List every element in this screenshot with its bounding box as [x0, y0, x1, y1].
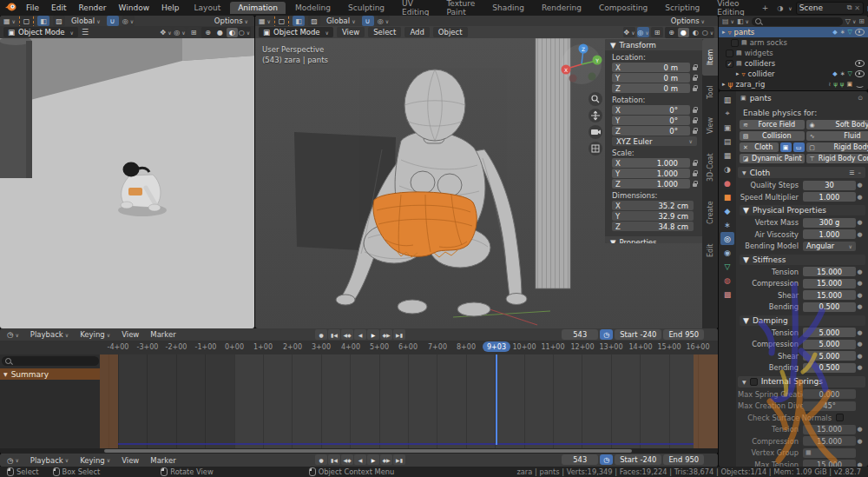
- soft-body-button[interactable]: ◉Soft Body: [806, 120, 868, 129]
- presets-icon[interactable]: ☰: [849, 169, 854, 176]
- animate-dot-icon[interactable]: ●: [856, 280, 864, 287]
- xray-toggle-icon[interactable]: ⊞: [187, 27, 200, 37]
- object-properties-icon[interactable]: ■: [720, 190, 734, 203]
- render-properties-icon[interactable]: ▣: [720, 121, 734, 134]
- outliner-search-input[interactable]: [752, 17, 843, 26]
- outliner-item-collider[interactable]: ▸ ▿ collider ◆ ∗ ▽: [719, 69, 868, 79]
- physical-properties-header[interactable]: ▼Physical Properties: [740, 205, 865, 215]
- view-menu[interactable]: View: [119, 456, 141, 465]
- properties-panel-header[interactable]: ▼Properties: [605, 236, 702, 243]
- mode-selector[interactable]: ▣Object Mode∨: [3, 27, 78, 37]
- editor-type-icon[interactable]: ▦∨: [3, 16, 16, 26]
- prev-keyframe-button[interactable]: ◀◆: [341, 329, 353, 340]
- stiffness-tension-field[interactable]: 15.000: [803, 267, 856, 276]
- scrollbar-thumb[interactable]: [104, 449, 632, 453]
- use-preview-range-toggle[interactable]: ◷: [600, 454, 613, 465]
- shading-solid-icon[interactable]: ●: [678, 28, 689, 37]
- end-frame-field[interactable]: End950: [663, 329, 704, 340]
- lock-icon[interactable]: [693, 67, 697, 70]
- dimensions-z-field[interactable]: Z34.8 cm: [612, 222, 694, 231]
- editor-type-icon[interactable]: ▥: [720, 93, 734, 106]
- snap-magnet-icon[interactable]: ∪: [362, 16, 374, 26]
- channel-search-input[interactable]: [2, 356, 99, 366]
- scale-x-field[interactable]: X1.000: [612, 158, 690, 168]
- menu-render[interactable]: Render: [73, 3, 113, 12]
- filter-icon[interactable]: ▽∨: [845, 17, 857, 25]
- timeline-ruler[interactable]: -4+00 -3+00 -2+00 -1+00 0+00 1+00 2+00 3…: [0, 341, 718, 355]
- constraints-properties-icon[interactable]: ◉: [720, 246, 734, 259]
- tweak-tool-icon[interactable]: ◧: [293, 16, 305, 26]
- mode-selector[interactable]: ▣Object Mode∨: [259, 27, 333, 37]
- lock-icon[interactable]: [693, 162, 697, 166]
- start-frame-field[interactable]: Start-240: [615, 454, 661, 465]
- rigid-body-button[interactable]: ▢Rigid Body: [806, 142, 868, 152]
- animate-dot-icon[interactable]: ●: [856, 329, 864, 336]
- end-frame-field[interactable]: End950: [663, 454, 704, 465]
- expand-icon[interactable]: ▸: [722, 29, 726, 36]
- panel-menu-icon[interactable]: –: [858, 169, 862, 176]
- zoom-button[interactable]: [589, 92, 602, 106]
- collection-checkbox[interactable]: [726, 50, 733, 57]
- rotation-x-field[interactable]: X0°: [612, 105, 690, 115]
- current-frame-field[interactable]: 543: [562, 329, 598, 340]
- damping-tension-field[interactable]: 5.000: [803, 328, 856, 337]
- cloth-viewport-toggle[interactable]: ▭: [793, 142, 805, 152]
- prev-keyframe-button[interactable]: ◀◆: [341, 454, 353, 465]
- damping-bending-field[interactable]: 0.500: [803, 363, 856, 373]
- keying-menu[interactable]: Keying∨: [77, 456, 113, 465]
- tab-sculpting[interactable]: Sculpting: [340, 2, 392, 14]
- viewport-left-scene[interactable]: [0, 38, 254, 328]
- max-creation-diversion-field[interactable]: 45°: [803, 401, 856, 411]
- select-mode-icons[interactable]: ▨: [53, 16, 65, 26]
- scale-y-field[interactable]: Y1.000: [612, 169, 690, 178]
- proportional-editing-icon[interactable]: ◎∨: [378, 16, 390, 26]
- location-y-field[interactable]: Y0 m: [612, 73, 690, 83]
- tab-modeling[interactable]: Modeling: [287, 2, 339, 14]
- animate-dot-icon[interactable]: ●: [856, 194, 864, 201]
- viewport-left[interactable]: ▦∨ ▢ ◧ ▨ Global∨ ∪ ◎∨ Options∨ ▣Object M…: [0, 16, 254, 328]
- dimensions-x-field[interactable]: X35.2 cm: [612, 201, 694, 210]
- next-keyframe-button[interactable]: ◆▶: [380, 329, 392, 340]
- material-properties-icon[interactable]: ◍: [720, 274, 734, 287]
- proportional-editing-icon[interactable]: ◎∨: [122, 16, 135, 26]
- collision-button[interactable]: ▧Collision: [740, 131, 805, 141]
- outliner-item-arm-socks[interactable]: ▤ arm socks: [719, 37, 868, 48]
- springs-compression-field[interactable]: 15.000: [803, 436, 856, 446]
- current-frame-indicator[interactable]: 9+03: [483, 341, 510, 352]
- vertex-mass-field[interactable]: 300 g: [803, 218, 856, 228]
- keyframe-track-area[interactable]: [100, 354, 718, 448]
- animate-dot-icon[interactable]: ●: [856, 426, 864, 433]
- scale-z-field[interactable]: Z1.000: [612, 179, 690, 189]
- damping-header[interactable]: ▼Damping: [740, 315, 865, 326]
- jump-to-start-button[interactable]: ▮◀: [328, 454, 340, 465]
- cloth-panel-header[interactable]: ▼Cloth ☰ –: [738, 167, 865, 178]
- editor-type-clock-icon[interactable]: ◷∨: [4, 330, 22, 339]
- dimensions-y-field[interactable]: Y32.9 cm: [612, 211, 694, 221]
- jump-to-start-button[interactable]: ▮◀: [328, 329, 340, 340]
- xray-toggle-icon[interactable]: ⊞: [651, 27, 663, 37]
- current-frame-field[interactable]: 543: [562, 454, 598, 465]
- marker-menu[interactable]: Marker: [148, 456, 178, 465]
- transform-orientation[interactable]: Global∨: [324, 17, 358, 25]
- cloth-button-active[interactable]: ✕Cloth: [740, 142, 779, 152]
- air-viscosity-field[interactable]: 1.000: [803, 229, 856, 239]
- scene-selector[interactable]: Scene ⧉ ✕: [796, 2, 864, 15]
- lock-icon[interactable]: [693, 173, 697, 176]
- tab-animation[interactable]: Animation: [230, 2, 286, 14]
- stiffness-header[interactable]: ▼Stiffness: [740, 255, 865, 265]
- jump-to-end-button[interactable]: ▶▮: [393, 329, 405, 340]
- playback-menu[interactable]: Playback∨: [28, 456, 71, 465]
- lock-icon[interactable]: [693, 77, 697, 81]
- outliner-item-colliders[interactable]: ▤ colliders: [719, 58, 868, 69]
- new-collection-icon[interactable]: ⊞: [858, 17, 865, 25]
- eye-visibility-icon[interactable]: [855, 70, 865, 77]
- next-keyframe-button[interactable]: ◆▶: [380, 454, 392, 465]
- outliner-item-zara-rig[interactable]: ▸ ψ zara_rig ≀ ψ ψ ▣: [719, 79, 868, 89]
- play-button[interactable]: ▶: [367, 329, 379, 340]
- expand-icon[interactable]: ▸: [736, 70, 740, 77]
- menu-file[interactable]: File: [20, 3, 45, 12]
- keying-menu[interactable]: Keying∨: [77, 330, 113, 339]
- output-properties-icon[interactable]: ▤: [720, 135, 734, 148]
- rotation-z-field[interactable]: Z0°: [612, 126, 690, 136]
- view-menu[interactable]: View: [337, 27, 365, 37]
